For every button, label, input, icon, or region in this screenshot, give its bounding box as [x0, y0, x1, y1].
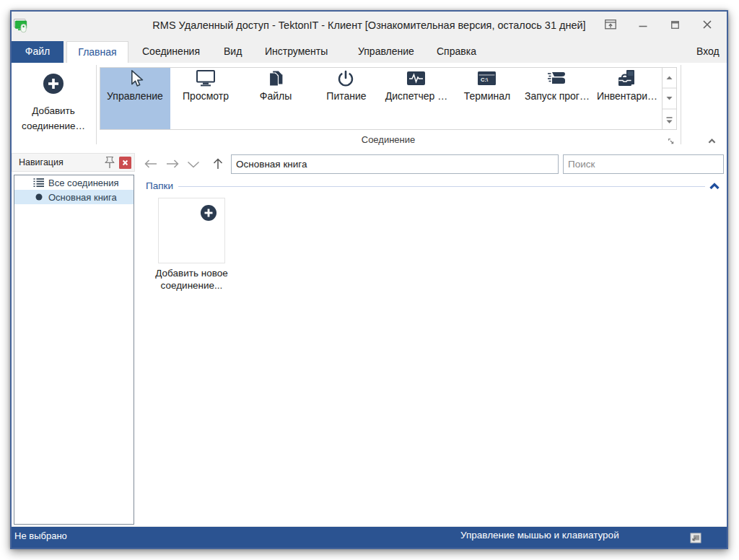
svg-text:C:\: C:\ [481, 76, 489, 83]
